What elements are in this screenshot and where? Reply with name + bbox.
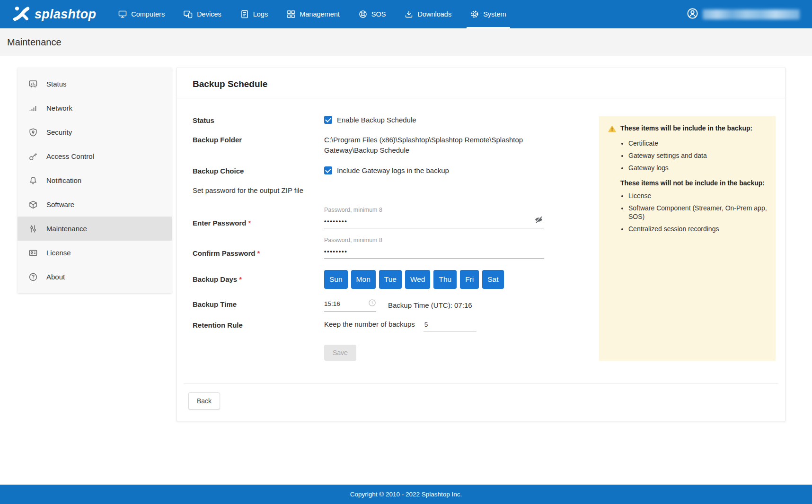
- user-avatar-icon: [687, 8, 698, 21]
- required-asterisk: *: [248, 219, 251, 227]
- question-circle-icon: [28, 272, 38, 282]
- splashtop-logo-icon: [12, 5, 30, 24]
- backup-folder-path: C:\Program Files (x86)\Splashtop\Splasht…: [324, 135, 532, 156]
- splashtop-logo[interactable]: splashtop: [12, 5, 99, 24]
- required-asterisk: *: [257, 249, 260, 257]
- zip-password-note: Set password for the output ZIP file: [193, 185, 303, 194]
- exclude-title: These items will not be include in the b…: [608, 179, 767, 187]
- list-item: License: [628, 191, 767, 200]
- backup-time-label: Backup Time: [193, 299, 324, 312]
- backup-time-input[interactable]: [324, 300, 361, 307]
- network-icon: [28, 104, 38, 113]
- status-icon: [28, 79, 38, 89]
- card-title: Backup Schedule: [177, 68, 785, 98]
- nav-item-system[interactable]: System: [463, 0, 513, 28]
- list-item: Gateway settings and data: [628, 151, 767, 160]
- include-list: Certificate Gateway settings and data Ga…: [608, 139, 767, 173]
- backup-schedule-form: Status Enable Backup Schedule Backup Fol…: [193, 115, 562, 361]
- exclude-list: License Software Component (Streamer, On…: [608, 191, 767, 234]
- bell-icon: [28, 176, 38, 185]
- zip-note-row: Set password for the output ZIP file: [193, 185, 562, 194]
- sidebar-item-license[interactable]: License: [18, 241, 172, 265]
- clock-icon[interactable]: [368, 299, 376, 308]
- back-button[interactable]: Back: [188, 392, 220, 409]
- day-button-thu[interactable]: Thu: [433, 270, 457, 289]
- sidebar-item-maintenance[interactable]: Maintenance: [18, 217, 172, 241]
- list-item: Centralized session recordings: [628, 225, 767, 234]
- backup-info-panel: These items will be include in the backu…: [599, 116, 776, 361]
- day-button-sun[interactable]: Sun: [324, 270, 348, 289]
- brand-wordmark: splashtop: [35, 7, 99, 22]
- security-shield-icon: [28, 128, 38, 137]
- list-item: Certificate: [628, 139, 767, 148]
- settings-sidebar: Status Network Security: [18, 68, 172, 293]
- retention-rule-label: Retention Rule: [193, 320, 324, 331]
- save-row: Save: [193, 345, 562, 361]
- retention-rule-row: Retention Rule Keep the number of backup…: [193, 320, 562, 331]
- day-button-sat[interactable]: Sat: [482, 270, 503, 289]
- include-title-row: These items will be include in the backu…: [608, 124, 767, 134]
- retention-count-input[interactable]: [424, 321, 477, 331]
- eye-off-icon[interactable]: [534, 215, 543, 226]
- main-menu: Computers Devices Logs: [111, 0, 513, 28]
- top-navbar: splashtop Computers Devices: [0, 0, 812, 28]
- sidebar-item-notification[interactable]: Notification: [18, 168, 172, 192]
- warning-icon: [608, 124, 617, 134]
- user-name-redacted: [703, 9, 800, 19]
- backup-choice-row: Backup Choice Include Gateway logs in th…: [193, 166, 562, 175]
- nav-item-sos[interactable]: SOS: [352, 0, 393, 28]
- sidebar-item-access-control[interactable]: Access Control: [18, 144, 172, 168]
- backup-schedule-card: Backup Schedule Status Enable Backup Sch…: [177, 68, 786, 421]
- downloads-icon: [405, 10, 413, 18]
- password-hint: Password, minimum 8: [324, 207, 544, 213]
- include-title: These items will be include in the backu…: [620, 124, 752, 132]
- backup-days-label: Backup Days: [193, 275, 237, 283]
- status-label: Status: [193, 115, 324, 124]
- enable-backup-label: Enable Backup Schedule: [337, 116, 416, 124]
- logs-icon: [240, 10, 249, 18]
- required-asterisk: *: [239, 275, 242, 283]
- enable-backup-checkbox[interactable]: [324, 116, 332, 124]
- confirm-password-input[interactable]: [324, 247, 544, 259]
- sidebar-item-network[interactable]: Network: [18, 96, 172, 120]
- sidebar-item-status[interactable]: Status: [18, 72, 172, 96]
- content-area: Status Network Security: [0, 56, 812, 421]
- retention-text: Keep the number of backups: [324, 320, 415, 328]
- devices-icon: [184, 10, 193, 18]
- backup-days-row: Backup Days* Sun Mon Tue Wed Thu Fri Sat: [193, 270, 562, 289]
- status-row: Status Enable Backup Schedule: [193, 115, 562, 124]
- include-logs-checkbox[interactable]: [324, 166, 332, 174]
- sliders-icon: [28, 224, 38, 234]
- list-item: Gateway logs: [628, 164, 767, 173]
- day-button-mon[interactable]: Mon: [351, 270, 376, 289]
- enter-password-row: Enter Password* Password, minimum 8: [193, 207, 562, 230]
- key-icon: [28, 152, 38, 161]
- computers-icon: [118, 10, 127, 18]
- sidebar-item-about[interactable]: About: [18, 265, 172, 289]
- include-logs-label: Include Gateway logs in the backup: [337, 166, 449, 174]
- package-icon: [28, 200, 38, 209]
- save-button[interactable]: Save: [324, 345, 356, 361]
- backup-choice-label: Backup Choice: [193, 166, 324, 175]
- day-button-tue[interactable]: Tue: [379, 270, 402, 289]
- nav-item-management[interactable]: Management: [280, 0, 347, 28]
- sos-icon: [359, 10, 367, 18]
- management-icon: [287, 10, 295, 18]
- id-card-icon: [28, 248, 38, 258]
- user-menu[interactable]: [687, 8, 800, 21]
- nav-item-logs[interactable]: Logs: [233, 0, 275, 28]
- password-hint: Password, minimum 8: [324, 237, 544, 243]
- nav-item-devices[interactable]: Devices: [177, 0, 229, 28]
- enter-password-input[interactable]: [324, 217, 544, 228]
- day-button-fri[interactable]: Fri: [460, 270, 479, 289]
- footer: Copyright © 2010 - 2022 Splashtop Inc.: [0, 485, 812, 504]
- page-title-band: Maintenance: [0, 28, 812, 56]
- backup-folder-row: Backup Folder C:\Program Files (x86)\Spl…: [193, 135, 562, 156]
- nav-item-downloads[interactable]: Downloads: [397, 0, 459, 28]
- system-icon: [470, 10, 479, 18]
- sidebar-item-security[interactable]: Security: [18, 120, 172, 144]
- day-button-wed[interactable]: Wed: [405, 270, 431, 289]
- nav-item-computers[interactable]: Computers: [111, 0, 172, 28]
- sidebar-item-software[interactable]: Software: [18, 192, 172, 217]
- list-item: Software Component (Streamer, On-Prem ap…: [628, 204, 767, 222]
